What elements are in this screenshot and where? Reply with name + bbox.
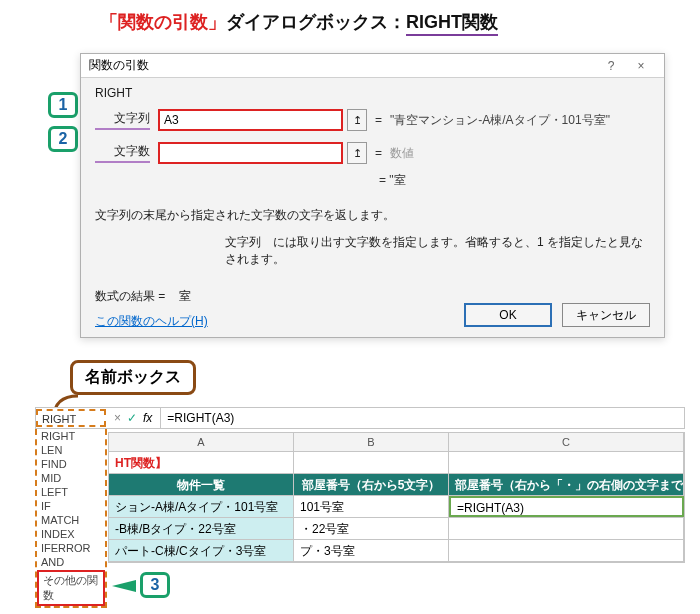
help-link[interactable]: この関数のヘルプ(H) — [95, 313, 208, 330]
equals-sign: = — [375, 113, 382, 127]
title-prefix: 「関数の引数」 — [100, 12, 226, 32]
cancel-button[interactable]: キャンセル — [562, 303, 650, 327]
dialog-titlebar[interactable]: 関数の引数 ? × — [81, 54, 664, 78]
formula-preview: = "室 — [379, 172, 650, 189]
title-middle: ダイアログボックス： — [226, 12, 406, 32]
formula-result-label: 数式の結果 = — [95, 289, 165, 303]
dialog-title: 関数の引数 — [89, 57, 149, 74]
arg-result-string: "青空マンション-A棟/Aタイプ・101号室" — [390, 112, 610, 129]
table-row: HT関数】 — [109, 452, 684, 474]
func-item[interactable]: MID — [37, 471, 105, 485]
title-func: RIGHT関数 — [406, 12, 498, 36]
formula-result-value: 室 — [179, 289, 191, 303]
step-badge-3: 3 — [140, 572, 170, 598]
func-item[interactable]: FIND — [37, 457, 105, 471]
namebox-callout: 名前ボックス — [70, 360, 196, 395]
header-cell[interactable]: 物件一覧 — [109, 474, 294, 495]
cancel-formula-icon[interactable]: × — [114, 411, 121, 425]
formula-input[interactable] — [161, 409, 684, 427]
arg-row-string: 文字列 ↥ = "青空マンション-A棟/Aタイプ・101号室" — [95, 106, 650, 134]
arrow-left-icon — [112, 580, 136, 592]
cell[interactable]: パート-C棟/Cタイプ・3号室 — [109, 540, 294, 561]
cell[interactable] — [449, 540, 684, 561]
range-selector-icon[interactable]: ↥ — [347, 109, 367, 131]
arg-label-string: 文字列 — [95, 110, 150, 130]
cell[interactable] — [449, 518, 684, 539]
function-dropdown[interactable]: RIGHT LEN FIND MID LEFT IF MATCH INDEX I… — [35, 429, 107, 608]
help-icon[interactable]: ? — [596, 59, 626, 73]
ok-button[interactable]: OK — [464, 303, 552, 327]
range-selector-icon[interactable]: ↥ — [347, 142, 367, 164]
equals-sign: = — [375, 146, 382, 160]
cell[interactable]: プ・3号室 — [294, 540, 449, 561]
arg-label-numchars: 文字数 — [95, 143, 150, 163]
table-row: パート-C棟/Cタイプ・3号室 プ・3号室 — [109, 540, 684, 562]
cell[interactable]: -B棟/Bタイプ・22号室 — [109, 518, 294, 539]
close-icon[interactable]: × — [626, 59, 656, 73]
col-header-b[interactable]: B — [294, 433, 449, 451]
func-item[interactable]: IF — [37, 499, 105, 513]
table-row: ション-A棟/Aタイプ・101号室 101号室 =RIGHT(A3) — [109, 496, 684, 518]
arg-input-string[interactable] — [158, 109, 343, 131]
func-item[interactable]: RIGHT — [37, 429, 105, 443]
function-arguments-dialog: 関数の引数 ? × RIGHT 文字列 ↥ = "青空マンション-A棟/Aタイプ… — [80, 53, 665, 338]
table-row: -B棟/Bタイプ・22号室 ・22号室 — [109, 518, 684, 540]
column-headers: A B C — [109, 433, 684, 452]
arg-result-numchars: 数値 — [390, 145, 414, 162]
cell[interactable]: ・22号室 — [294, 518, 449, 539]
cell[interactable]: 101号室 — [294, 496, 449, 517]
function-description: 文字列の末尾から指定された文字数の文字を返します。 — [95, 207, 650, 224]
function-name: RIGHT — [95, 86, 650, 100]
step-badge-2: 2 — [48, 126, 78, 152]
func-item[interactable]: IFERROR — [37, 541, 105, 555]
header-cell[interactable]: 部屋番号（右から5文字） — [294, 474, 449, 495]
spreadsheet: A B C HT関数】 物件一覧 部屋番号（右から5文字） 部屋番号（右から「・… — [108, 432, 685, 563]
func-item[interactable]: INDEX — [37, 527, 105, 541]
name-box[interactable]: RIGHT — [36, 409, 106, 427]
fx-icon[interactable]: fx — [143, 411, 152, 425]
arg-input-numchars[interactable] — [158, 142, 343, 164]
title-cell[interactable]: HT関数】 — [109, 452, 294, 473]
step-badge-1: 1 — [48, 92, 78, 118]
page-title: 「関数の引数」ダイアログボックス：RIGHT関数 — [100, 10, 498, 34]
formula-bar: RIGHT × ✓ fx — [35, 407, 685, 429]
func-item[interactable]: LEN — [37, 443, 105, 457]
accept-formula-icon[interactable]: ✓ — [127, 411, 137, 425]
col-header-c[interactable]: C — [449, 433, 684, 451]
header-cell[interactable]: 部屋番号（右から「・」の右側の文字まで） — [449, 474, 684, 495]
argument-description: 文字列 には取り出す文字数を指定します。省略すると、1 を指定したと見なされます… — [95, 234, 650, 268]
cell[interactable]: ション-A棟/Aタイプ・101号室 — [109, 496, 294, 517]
active-cell[interactable]: =RIGHT(A3) — [449, 496, 684, 517]
col-header-a[interactable]: A — [109, 433, 294, 451]
table-header-row: 物件一覧 部屋番号（右から5文字） 部屋番号（右から「・」の右側の文字まで） — [109, 474, 684, 496]
other-functions-item[interactable]: その他の関数 — [37, 570, 105, 606]
func-item[interactable]: LEFT — [37, 485, 105, 499]
func-item[interactable]: AND — [37, 555, 105, 569]
func-item[interactable]: MATCH — [37, 513, 105, 527]
arg-row-numchars: 文字数 ↥ = 数値 — [95, 139, 650, 167]
